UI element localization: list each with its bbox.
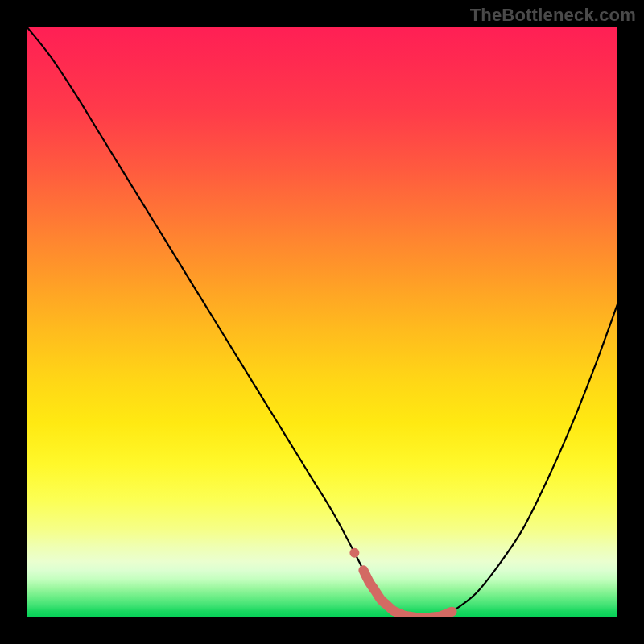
optimal-zone-start-dot [349,548,359,558]
bottleneck-curve [27,27,617,617]
chart-stage: TheBottleneck.com [0,0,644,644]
optimal-zone-marker [363,570,452,617]
watermark-text: TheBottleneck.com [470,5,636,26]
curve-svg [27,27,617,617]
plot-area [27,27,617,617]
